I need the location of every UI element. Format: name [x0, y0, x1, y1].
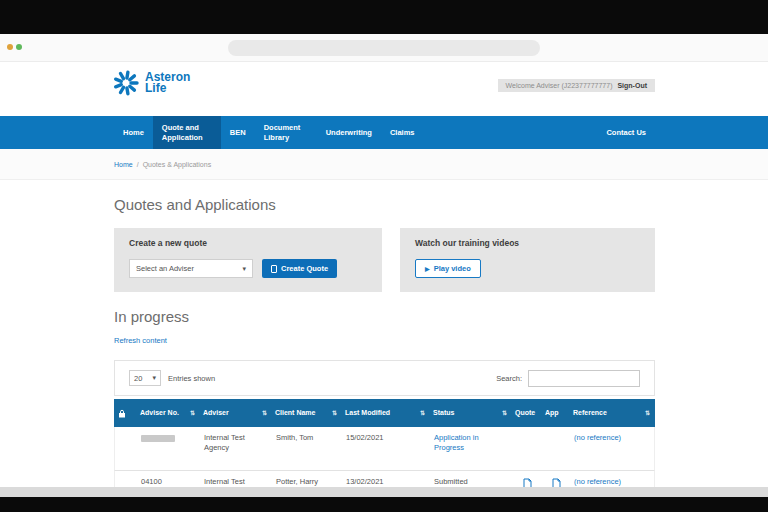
page-title: Quotes and Applications — [114, 196, 276, 213]
in-progress-heading: In progress — [114, 308, 189, 325]
sort-icon: ⇅ — [645, 410, 650, 417]
column-header-reference[interactable]: Reference ⇅ — [569, 399, 654, 427]
breadcrumb-separator: / — [137, 161, 139, 168]
web-page: Asteron Life Welcome Adviser (J223777777… — [0, 62, 768, 497]
adviser-cell: Internal Test Agency — [200, 427, 272, 470]
search-input[interactable] — [528, 370, 640, 387]
sort-icon: ⇅ — [420, 410, 425, 417]
main-navigation: Home Quote and Application BEN Document … — [0, 116, 768, 149]
quote-cell — [512, 427, 542, 470]
nav-item-home[interactable]: Home — [114, 116, 153, 149]
nav-item-underwriting[interactable]: Underwriting — [317, 116, 381, 149]
window-zoom-button[interactable] — [16, 44, 22, 50]
screen: Asteron Life Welcome Adviser (J223777777… — [0, 0, 768, 512]
column-header-client-name[interactable]: Client Name ⇅ — [271, 399, 341, 427]
column-header-adviser-no[interactable]: Adviser No. ⇅ — [136, 399, 199, 427]
adviser-select[interactable]: Select an Adviser ▾ — [129, 259, 253, 278]
status-link[interactable]: Application in Progress — [430, 427, 512, 470]
letterbox-bottom — [0, 497, 768, 512]
play-icon: ▶ — [425, 265, 430, 272]
entries-shown-label: Entries shown — [168, 374, 215, 383]
welcome-bar: Welcome Adviser (J22377777777) Sign-Out — [498, 79, 655, 92]
create-quote-button-label: Create Quote — [281, 264, 328, 273]
welcome-text: Welcome Adviser (J22377777777) — [506, 82, 613, 89]
nav-item-document-library[interactable]: Document Library — [255, 116, 317, 149]
logo-text: Asteron Life — [145, 72, 190, 95]
table-row: Internal Test Agency Smith, Tom 15/02/20… — [114, 427, 655, 471]
column-header-lock[interactable] — [114, 399, 136, 427]
nav-item-claims[interactable]: Claims — [381, 116, 424, 149]
column-header-last-modified[interactable]: Last Modified ⇅ — [341, 399, 429, 427]
table-controls: 20 ▾ Entries shown Search: — [114, 360, 655, 396]
lock-icon — [118, 409, 126, 418]
chevron-down-icon: ▾ — [242, 265, 246, 273]
browser-chrome — [0, 34, 768, 62]
column-header-adviser[interactable]: Adviser ⇅ — [199, 399, 271, 427]
window-minimize-button[interactable] — [7, 44, 13, 50]
nav-item-ben[interactable]: BEN — [221, 116, 255, 149]
asteron-life-logo[interactable]: Asteron Life — [112, 69, 190, 97]
sort-icon: ⇅ — [190, 410, 195, 417]
document-icon — [271, 265, 277, 273]
starburst-logo-icon — [112, 69, 140, 97]
entries-shown-select[interactable]: 20 ▾ — [129, 370, 161, 386]
search-label: Search: — [496, 374, 522, 383]
sort-icon: ⇅ — [262, 410, 267, 417]
app-cell — [542, 427, 570, 470]
column-header-quote[interactable]: Quote — [511, 399, 541, 427]
play-video-button-label: Play video — [434, 264, 471, 273]
page-bottom-strip — [0, 487, 768, 497]
nav-item-quote-and-application[interactable]: Quote and Application — [153, 116, 221, 149]
sort-icon: ⇅ — [332, 410, 337, 417]
redacted-adviser-no — [141, 435, 175, 442]
sort-icon: ⇅ — [502, 410, 507, 417]
last-modified-cell: 15/02/2021 — [342, 427, 430, 470]
site-header: Asteron Life Welcome Adviser (J223777777… — [0, 62, 768, 116]
nav-item-contact-us[interactable]: Contact Us — [597, 116, 655, 149]
client-name-cell: Smith, Tom — [272, 427, 342, 470]
row-lock-cell — [115, 427, 137, 470]
training-videos-panel: Watch our training videos ▶ Play video — [400, 228, 655, 292]
breadcrumb-home-link[interactable]: Home — [114, 161, 133, 168]
create-quote-button[interactable]: Create Quote — [262, 259, 337, 278]
sign-out-link[interactable]: Sign-Out — [617, 82, 647, 89]
play-video-button[interactable]: ▶ Play video — [415, 259, 481, 278]
breadcrumb: Home / Quotes & Applications — [0, 149, 768, 180]
address-bar[interactable] — [228, 40, 540, 56]
column-header-status[interactable]: Status ⇅ — [429, 399, 511, 427]
breadcrumb-current: Quotes & Applications — [143, 161, 212, 168]
entries-shown-value: 20 — [134, 374, 142, 383]
chevron-down-icon: ▾ — [152, 374, 156, 382]
create-quote-panel: Create a new quote Select an Adviser ▾ C… — [114, 228, 382, 292]
adviser-select-value: Select an Adviser — [136, 264, 194, 273]
refresh-content-link[interactable]: Refresh content — [114, 336, 167, 345]
column-header-app[interactable]: App — [541, 399, 569, 427]
create-quote-panel-title: Create a new quote — [129, 238, 367, 248]
reference-link[interactable]: (no reference) — [570, 427, 655, 470]
table-header: Adviser No. ⇅ Adviser ⇅ Client Name ⇅ La… — [114, 399, 655, 427]
adviser-no-cell — [137, 427, 200, 470]
training-panel-title: Watch our training videos — [415, 238, 640, 248]
letterbox-top — [0, 0, 768, 34]
logo-line2: Life — [145, 83, 190, 94]
